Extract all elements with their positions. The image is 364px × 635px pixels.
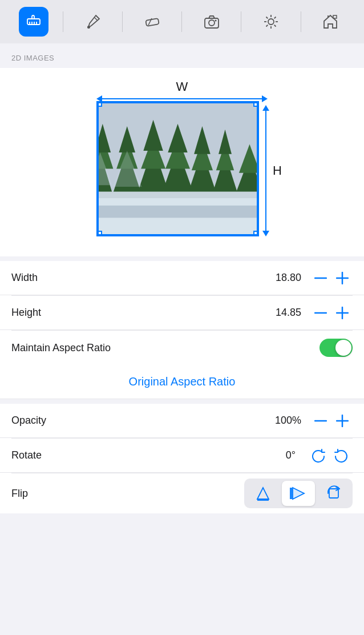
rotate-label: Rotate bbox=[11, 449, 286, 461]
maintain-aspect-ratio-row: Maintain Aspect Ratio bbox=[0, 331, 364, 365]
h-dimension-label: H bbox=[262, 105, 282, 236]
width-plus-button[interactable] bbox=[332, 268, 353, 288]
svg-line-19 bbox=[274, 17, 276, 19]
toolbar-btn-camera[interactable] bbox=[197, 7, 227, 37]
rotate-ccw-button[interactable] bbox=[331, 445, 353, 467]
opacity-row: Opacity 100% bbox=[0, 404, 364, 438]
svg-line-18 bbox=[274, 25, 276, 27]
flip-horizontal-button[interactable] bbox=[282, 481, 315, 506]
w-text: W bbox=[176, 79, 188, 94]
h-arrow bbox=[262, 105, 269, 236]
flip-row: Flip bbox=[0, 473, 364, 513]
height-row: Height 14.85 bbox=[0, 296, 364, 330]
toolbar-divider-3 bbox=[181, 11, 182, 32]
toolbar-btn-measure[interactable] bbox=[19, 7, 48, 37]
flip-buttons bbox=[244, 479, 353, 508]
corner-br[interactable] bbox=[253, 231, 259, 236]
width-minus-button[interactable] bbox=[310, 268, 331, 288]
svg-rect-46 bbox=[99, 206, 257, 218]
diagram-container: W bbox=[85, 79, 279, 239]
maintain-aspect-ratio-toggle[interactable] bbox=[319, 339, 353, 357]
h-text: H bbox=[273, 163, 282, 178]
svg-point-11 bbox=[215, 20, 216, 22]
corner-tl[interactable] bbox=[96, 101, 102, 107]
svg-line-17 bbox=[266, 17, 268, 19]
opacity-plus-button[interactable] bbox=[332, 411, 353, 431]
flip-rotate-button[interactable] bbox=[317, 481, 350, 506]
height-minus-button[interactable] bbox=[310, 303, 331, 323]
toolbar-divider-2 bbox=[122, 11, 123, 32]
svg-point-10 bbox=[209, 20, 215, 26]
image-box[interactable] bbox=[96, 101, 259, 236]
lower-properties-section: Opacity 100% Rotate 0° bbox=[0, 404, 364, 513]
toolbar-btn-adjust[interactable] bbox=[256, 7, 286, 37]
opacity-minus-button[interactable] bbox=[310, 411, 331, 431]
toolbar-divider-4 bbox=[241, 11, 241, 32]
toggle-knob bbox=[335, 340, 351, 356]
toolbar-btn-brush[interactable] bbox=[78, 7, 108, 37]
rotate-row: Rotate 0° bbox=[0, 439, 364, 473]
svg-marker-60 bbox=[293, 488, 304, 499]
svg-rect-21 bbox=[333, 15, 337, 18]
original-aspect-ratio-button[interactable]: Original Aspect Ratio bbox=[0, 365, 364, 399]
width-value: 18.80 bbox=[276, 272, 301, 284]
toolbar-btn-home[interactable] bbox=[316, 7, 345, 37]
width-label: Width bbox=[11, 272, 276, 284]
corner-tr[interactable] bbox=[253, 101, 259, 107]
toolbar-btn-eraser[interactable] bbox=[137, 7, 167, 37]
opacity-label: Opacity bbox=[11, 415, 275, 427]
corner-bl[interactable] bbox=[96, 231, 102, 236]
svg-line-5 bbox=[94, 17, 98, 21]
height-label: Height bbox=[11, 307, 276, 319]
properties-section: Width 18.80 Height 14.85 Maintain Aspect… bbox=[0, 261, 364, 365]
section-header: 2D IMAGES bbox=[0, 43, 364, 68]
svg-point-6 bbox=[87, 26, 90, 29]
svg-line-20 bbox=[266, 25, 268, 27]
svg-point-12 bbox=[268, 19, 274, 25]
opacity-value: 100% bbox=[275, 415, 301, 427]
rotate-cw-button[interactable] bbox=[307, 445, 329, 467]
rotate-value: 0° bbox=[286, 449, 296, 461]
h-arrow-line bbox=[265, 111, 266, 231]
rotate-buttons bbox=[305, 445, 353, 467]
height-plus-button[interactable] bbox=[332, 303, 353, 323]
image-preview-area: W bbox=[0, 68, 364, 256]
flip-label: Flip bbox=[11, 488, 244, 500]
aspect-ratio-section: Original Aspect Ratio bbox=[0, 365, 364, 399]
w-dimension-label: W bbox=[96, 79, 268, 102]
svg-rect-7 bbox=[145, 18, 159, 26]
toolbar-divider-1 bbox=[63, 11, 63, 32]
image-inner bbox=[99, 103, 257, 234]
toolbar bbox=[0, 0, 364, 43]
height-value: 14.85 bbox=[276, 307, 301, 319]
width-row: Width 18.80 bbox=[0, 261, 364, 295]
svg-rect-47 bbox=[99, 192, 257, 198]
maintain-aspect-ratio-label: Maintain Aspect Ratio bbox=[11, 342, 319, 354]
flip-vertical-button[interactable] bbox=[246, 481, 280, 506]
svg-marker-57 bbox=[257, 488, 269, 499]
w-arrow-line bbox=[102, 98, 262, 99]
toolbar-divider-5 bbox=[301, 11, 301, 32]
